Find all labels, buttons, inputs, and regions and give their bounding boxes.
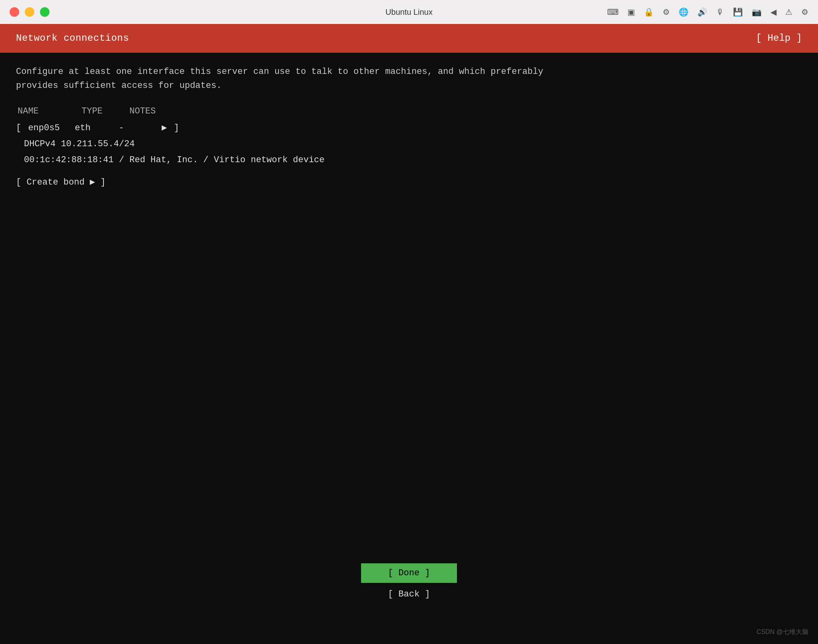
globe-icon: 🌐 [679, 7, 689, 17]
gear-icon: ⚙ [663, 7, 670, 17]
description-line2: provides sufficient access for updates. [16, 79, 802, 93]
settings-icon: ⚙ [801, 7, 808, 17]
bracket-open: [ [16, 120, 21, 136]
mic-icon: 🎙 [716, 8, 724, 17]
network-row-mac: 00:1c:42:88:18:41 / Red Hat, Inc. / Virt… [16, 152, 802, 168]
close-button[interactable] [10, 7, 19, 17]
camera-icon: 📷 [752, 7, 762, 17]
watermark: CSDN @七维大脑 [756, 627, 808, 637]
col-name-header: NAME [18, 105, 81, 118]
help-button[interactable]: [ Help ] [756, 31, 802, 46]
minimize-button[interactable] [25, 7, 34, 17]
interface-arrow: ▶ [146, 120, 167, 136]
network-list: NAME TYPE NOTES [ enp0s5 eth - ▶ ] DHCPv… [16, 105, 802, 168]
network-row-main: [ enp0s5 eth - ▶ ] [16, 120, 802, 136]
titlebar-icons: ⌨ ▣ 🔒 ⚙ 🌐 🔊 🎙 💾 📷 ◀ ⚠ ⚙ [607, 7, 808, 17]
window-title: Ubuntu Linux [385, 8, 433, 17]
play-icon: ◀ [770, 7, 776, 17]
create-bond-button[interactable]: [ Create bond ▶ ] [16, 176, 802, 189]
network-header: Network connections [ Help ] [0, 24, 818, 53]
drive-icon: 💾 [733, 7, 743, 17]
bottom-buttons: [ Done ] [ Back ] [361, 563, 457, 604]
list-header: NAME TYPE NOTES [16, 105, 802, 118]
interface-type: eth [75, 120, 119, 136]
description-line1: Configure at least one interface this se… [16, 65, 802, 79]
network-entry[interactable]: [ enp0s5 eth - ▶ ] DHCPv4 10.211.55.4/24… [16, 120, 802, 168]
warning-icon: ⚠ [785, 7, 792, 17]
dhcp-info: DHCPv4 10.211.55.4/24 [24, 139, 135, 149]
mac-info: 00:1c:42:88:18:41 / Red Hat, Inc. / Virt… [24, 155, 325, 165]
traffic-lights [10, 7, 50, 17]
terminal-window: Network connections [ Help ] Configure a… [0, 24, 818, 644]
content-area: Configure at least one interface this se… [0, 53, 818, 201]
bracket-close: ] [169, 120, 179, 136]
lock-icon: 🔒 [644, 7, 654, 17]
col-notes-header: NOTES [129, 105, 209, 118]
network-row-dhcp: DHCPv4 10.211.55.4/24 [16, 136, 802, 152]
volume-icon: 🔊 [697, 7, 707, 17]
interface-name: enp0s5 [23, 120, 75, 136]
maximize-button[interactable] [40, 7, 50, 17]
interface-notes: - [119, 120, 143, 136]
keyboard-icon: ⌨ [607, 7, 619, 17]
back-button[interactable]: [ Back ] [361, 584, 457, 604]
col-type-header: TYPE [81, 105, 129, 118]
network-header-title: Network connections [16, 31, 129, 46]
done-button[interactable]: [ Done ] [361, 563, 457, 583]
titlebar: Ubuntu Linux ⌨ ▣ 🔒 ⚙ 🌐 🔊 🎙 💾 📷 ◀ ⚠ ⚙ [0, 0, 818, 24]
description: Configure at least one interface this se… [16, 65, 802, 93]
display-icon: ▣ [627, 7, 635, 17]
